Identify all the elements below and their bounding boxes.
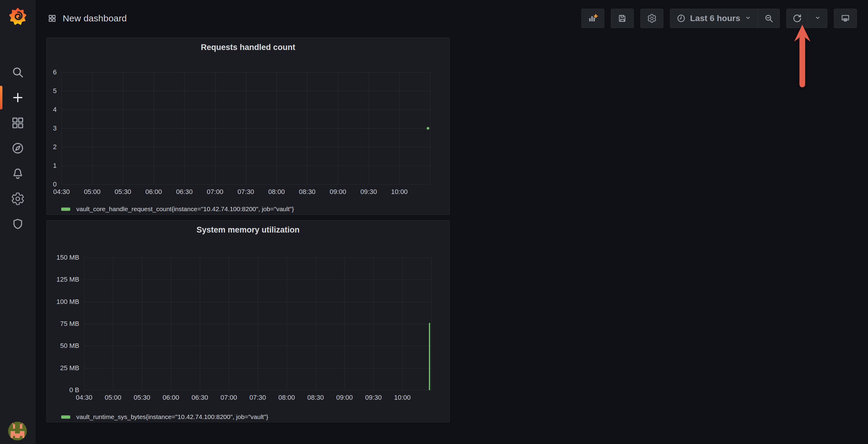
y-axis-tick-label: 3 — [53, 124, 57, 132]
y-axis-tick-label: 125 MB — [56, 276, 79, 283]
page-title: New dashboard — [63, 13, 127, 24]
user-avatar[interactable] — [8, 422, 27, 440]
y-gridline — [61, 147, 430, 147]
y-gridline — [84, 324, 431, 324]
sidebar-item-search[interactable] — [0, 60, 36, 85]
x-axis-tick-label: 09:00 — [330, 188, 346, 196]
y-axis-tick-label: 2 — [53, 143, 57, 151]
grafana-logo[interactable] — [0, 7, 36, 25]
chart-plot-area[interactable]: 04:3005:0005:3006:0006:3007:0007:3008:00… — [61, 72, 430, 184]
y-axis-tick-label: 75 MB — [60, 320, 79, 328]
avatar-pixel — [22, 422, 25, 424]
y-gridline — [61, 128, 430, 129]
x-axis-tick-label: 09:30 — [361, 188, 377, 196]
sidebar-item-create[interactable] — [0, 85, 36, 110]
chevron-down-icon — [744, 14, 752, 22]
dashboard-settings-button[interactable] — [641, 9, 663, 28]
search-icon — [11, 65, 25, 79]
x-axis-tick-label: 06:30 — [176, 188, 193, 196]
grafana-app: New dashboard — [0, 0, 868, 444]
x-gridline — [431, 258, 432, 390]
sidebar-item-alerting[interactable] — [0, 161, 36, 186]
legend-item[interactable]: vault_runtime_sys_bytes{instance="10.42.… — [61, 413, 268, 420]
x-axis-tick-label: 07:00 — [207, 188, 223, 196]
sidebar-item-dashboards[interactable] — [0, 110, 36, 135]
legend-series-label: vault_core_handle_request_count{instance… — [76, 205, 294, 213]
avatar-pixel — [15, 436, 18, 438]
zoom-out-time-button[interactable] — [758, 9, 779, 28]
legend-swatch — [61, 415, 70, 419]
avatar-pixel — [22, 434, 25, 436]
x-axis-tick-label: 10:00 — [394, 394, 410, 402]
y-axis-tick-label: 1 — [53, 162, 57, 169]
y-gridline — [84, 368, 431, 369]
x-axis-tick-label: 05:30 — [133, 394, 150, 402]
legend-series-label: vault_runtime_sys_bytes{instance="10.42.… — [76, 413, 268, 420]
dashboard-settings-icon — [647, 13, 657, 23]
y-axis-tick-label: 50 MB — [60, 342, 79, 350]
avatar-pixel — [18, 436, 20, 438]
sidebar-item-explore[interactable] — [0, 135, 36, 161]
grafana-flame-icon — [9, 7, 26, 25]
dashboards-grid-icon — [11, 116, 25, 130]
avatar-pixel — [20, 424, 22, 426]
x-axis-tick-label: 05:30 — [115, 188, 131, 196]
avatar-pixel — [13, 424, 16, 426]
y-gridline — [84, 390, 431, 390]
avatar-pixel — [10, 422, 13, 424]
legend-item[interactable]: vault_core_handle_request_count{instance… — [61, 205, 294, 213]
plus-icon — [11, 91, 25, 104]
kiosk-tv-icon — [841, 13, 850, 23]
sidebar-item-configuration[interactable] — [0, 186, 36, 212]
clock-icon — [676, 13, 686, 23]
dashboard-header: New dashboard — [36, 0, 868, 36]
x-axis-tick-label: 06:00 — [162, 394, 179, 402]
avatar-pixel — [10, 436, 13, 438]
x-axis-tick-label: 04:30 — [76, 394, 92, 402]
panel-title[interactable]: Requests handled count — [47, 43, 450, 52]
avatar-pixel — [13, 426, 16, 429]
explore-compass-icon — [11, 141, 25, 155]
sidebar-item-server-admin[interactable] — [0, 212, 36, 237]
y-axis-tick-label: 100 MB — [56, 298, 79, 306]
x-axis-tick-label: 07:30 — [249, 394, 266, 402]
kiosk-mode-button[interactable] — [834, 9, 857, 28]
y-axis-tick-label: 0 — [53, 181, 57, 188]
add-panel-icon — [588, 13, 598, 23]
x-axis-tick-label: 05:00 — [84, 188, 100, 196]
avatar-pixel — [10, 434, 13, 436]
refresh-button[interactable] — [786, 9, 808, 28]
y-axis-tick-label: 150 MB — [56, 254, 79, 261]
configuration-gear-icon — [11, 192, 25, 206]
x-gridline — [430, 72, 430, 184]
y-axis-tick-label: 4 — [53, 106, 57, 114]
avatar-pixel — [13, 431, 16, 434]
series-data-point — [427, 127, 429, 129]
avatar-pixel — [20, 434, 22, 436]
series-spike — [429, 323, 430, 390]
save-dashboard-button[interactable] — [611, 9, 634, 28]
x-axis-tick-label: 08:30 — [299, 188, 315, 196]
save-dashboard-icon — [618, 13, 627, 23]
x-axis-tick-label: 06:00 — [145, 188, 162, 196]
panel-system-memory-utilization: System memory utilization 04:3005:0005:3… — [46, 220, 450, 422]
x-axis-tick-label: 07:00 — [220, 394, 237, 402]
x-axis-tick-label: 10:00 — [391, 188, 408, 196]
x-axis-tick-label: 08:00 — [268, 188, 285, 196]
add-panel-button[interactable] — [581, 9, 604, 28]
y-gridline — [84, 280, 431, 280]
y-axis-tick-label: 25 MB — [60, 364, 79, 372]
y-gridline — [61, 109, 430, 110]
refresh-group — [786, 9, 827, 28]
refresh-interval-dropdown[interactable] — [808, 9, 827, 28]
avatar-pixel — [22, 436, 25, 438]
time-range-picker[interactable]: Last 6 hours — [670, 9, 758, 28]
x-axis-tick-label: 04:30 — [53, 188, 70, 196]
x-axis-tick-label: 09:00 — [336, 394, 352, 402]
chart-plot-area[interactable]: 04:3005:0005:3006:0006:3007:0007:3008:00… — [84, 258, 431, 390]
y-axis-tick-label: 6 — [53, 68, 57, 76]
avatar-pixel — [13, 434, 16, 436]
server-admin-shield-icon — [11, 217, 25, 231]
apps-grid-icon — [48, 14, 57, 23]
panel-title[interactable]: System memory utilization — [47, 225, 450, 235]
